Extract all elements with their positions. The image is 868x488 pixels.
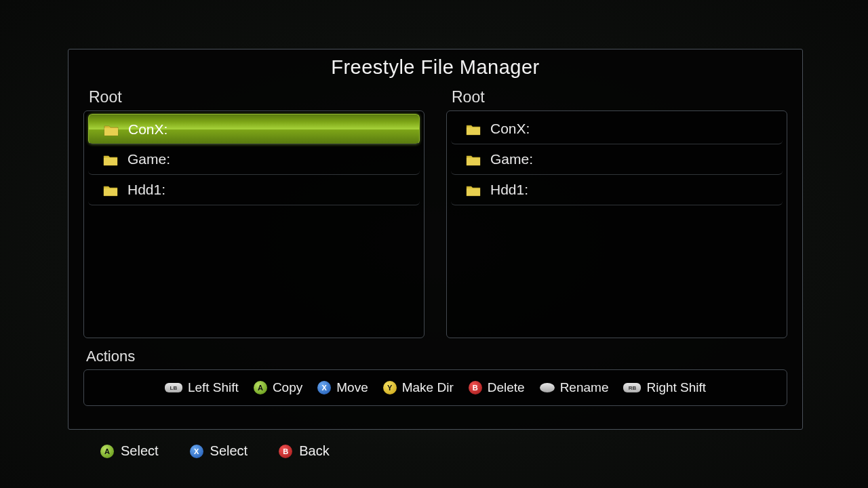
select-hint-x: X Select: [190, 443, 248, 459]
left-pane-list[interactable]: ConX: Game: Hdd1:: [83, 110, 425, 338]
copy-action[interactable]: A Copy: [254, 380, 302, 395]
item-label: ConX:: [128, 121, 167, 138]
dual-pane-container: Root ConX: Game:: [83, 88, 787, 338]
x-button-icon: X: [190, 445, 203, 458]
left-shift-action[interactable]: LB Left Shift: [165, 380, 239, 395]
move-action[interactable]: X Move: [317, 380, 368, 395]
folder-icon: [104, 123, 119, 136]
b-button-icon: B: [279, 445, 292, 458]
right-pane: Root ConX: Game:: [446, 88, 787, 338]
action-label: Left Shift: [188, 380, 239, 395]
action-label: Delete: [488, 380, 525, 395]
item-label: Hdd1:: [127, 182, 165, 198]
action-label: Make Dir: [402, 380, 454, 395]
hint-label: Back: [299, 443, 329, 459]
back-button-icon: [540, 383, 555, 392]
make-dir-action[interactable]: Y Make Dir: [383, 380, 454, 395]
left-pane-path: Root: [89, 88, 425, 106]
list-item[interactable]: ConX:: [451, 114, 783, 144]
list-item[interactable]: Hdd1:: [451, 175, 783, 205]
folder-icon: [466, 184, 481, 196]
list-item[interactable]: ConX:: [88, 114, 420, 144]
a-button-icon: A: [100, 445, 114, 458]
folder-icon: [103, 153, 118, 165]
file-manager-window: Freestyle File Manager Root ConX: Game:: [68, 49, 803, 430]
right-pane-list[interactable]: ConX: Game: Hdd1:: [446, 110, 787, 338]
left-pane: Root ConX: Game:: [83, 88, 425, 338]
window-title: Freestyle File Manager: [83, 56, 787, 79]
action-label: Copy: [273, 380, 302, 395]
select-hint-a: A Select: [100, 443, 159, 459]
list-item[interactable]: Game:: [451, 144, 783, 175]
delete-action[interactable]: B Delete: [469, 380, 525, 395]
bottom-button-hints: A Select X Select B Back: [100, 443, 330, 459]
right-pane-path: Root: [452, 88, 787, 106]
right-shift-action[interactable]: RB Right Shift: [623, 380, 706, 395]
list-item[interactable]: Game:: [88, 144, 420, 175]
item-label: Game:: [490, 151, 533, 167]
b-button-icon: B: [469, 381, 482, 394]
folder-icon: [466, 153, 481, 165]
action-label: Move: [336, 380, 368, 395]
a-button-icon: A: [254, 381, 267, 394]
folder-icon: [103, 184, 118, 196]
item-label: Game:: [127, 151, 170, 167]
rb-button-icon: RB: [623, 383, 641, 392]
y-button-icon: Y: [383, 381, 397, 394]
action-label: Right Shift: [646, 380, 706, 395]
list-item[interactable]: Hdd1:: [88, 175, 420, 205]
actions-bar: LB Left Shift A Copy X Move Y Make Dir B…: [83, 369, 787, 406]
action-label: Rename: [560, 380, 609, 395]
item-label: Hdd1:: [490, 182, 528, 198]
lb-button-icon: LB: [165, 383, 182, 392]
hint-label: Select: [210, 443, 248, 459]
hint-label: Select: [121, 443, 159, 459]
back-hint: B Back: [279, 443, 329, 459]
actions-heading: Actions: [86, 348, 787, 365]
rename-action[interactable]: Rename: [540, 380, 609, 395]
item-label: ConX:: [490, 121, 530, 137]
x-button-icon: X: [317, 381, 331, 394]
folder-icon: [466, 123, 481, 135]
